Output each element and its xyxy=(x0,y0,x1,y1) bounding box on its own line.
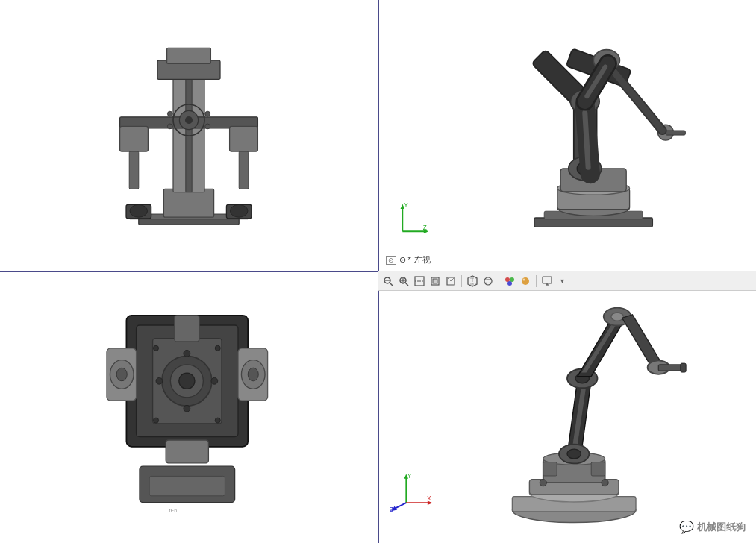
svg-rect-125 xyxy=(543,462,557,476)
svg-rect-122 xyxy=(681,363,686,372)
svg-rect-13 xyxy=(230,126,258,151)
svg-point-95 xyxy=(215,345,220,351)
svg-line-54 xyxy=(390,283,393,286)
svg-rect-6 xyxy=(164,189,214,217)
front-view-svg xyxy=(32,20,346,251)
svg-point-89 xyxy=(211,377,218,384)
isometric-view-svg xyxy=(396,277,739,538)
svg-text:Y: Y xyxy=(407,472,412,480)
svg-rect-93 xyxy=(149,476,225,495)
toolbar: ▾ xyxy=(378,272,757,291)
svg-rect-126 xyxy=(591,462,605,476)
svg-point-85 xyxy=(179,373,195,389)
view-label-top-right: ⊙ ⊙ * 左视 xyxy=(386,254,431,266)
svg-line-47 xyxy=(610,67,662,131)
view-label-text: ⊙ * xyxy=(399,255,411,265)
svg-point-65 xyxy=(484,279,492,283)
svg-point-79 xyxy=(116,368,127,381)
svg-point-94 xyxy=(154,345,159,351)
camera-icon: ⊙ xyxy=(386,256,396,265)
svg-line-49 xyxy=(585,113,588,167)
svg-point-67 xyxy=(510,277,514,282)
svg-point-4 xyxy=(130,204,148,217)
svg-rect-121 xyxy=(658,365,682,371)
svg-rect-63 xyxy=(433,279,437,283)
svg-point-68 xyxy=(507,281,512,286)
svg-point-70 xyxy=(522,278,525,280)
section-view-button[interactable] xyxy=(413,274,426,288)
svg-line-57 xyxy=(405,283,408,286)
separator-1 xyxy=(461,275,462,287)
svg-point-69 xyxy=(522,277,529,285)
perspective-button[interactable] xyxy=(481,274,495,288)
color-button[interactable] xyxy=(503,274,516,288)
svg-point-96 xyxy=(154,418,159,423)
svg-rect-15 xyxy=(239,151,249,189)
more-button[interactable]: ▾ xyxy=(556,274,569,288)
svg-point-20 xyxy=(205,111,210,116)
svg-text:Z: Z xyxy=(390,506,393,513)
view-bottom-left: tEn xyxy=(0,272,378,543)
rotate-view-button[interactable] xyxy=(428,274,442,288)
separator-3 xyxy=(536,275,537,287)
svg-point-124 xyxy=(602,480,608,486)
svg-rect-91 xyxy=(166,440,208,463)
svg-text:Z: Z xyxy=(422,225,426,231)
watermark: 💬 机械图纸狗 xyxy=(679,520,746,534)
zoom-fit-button[interactable] xyxy=(397,274,410,288)
svg-text:X: X xyxy=(426,495,431,502)
svg-point-19 xyxy=(168,111,173,116)
quadrant-grid: Y Z ⊙ ⊙ * 左视 xyxy=(0,0,756,543)
svg-point-64 xyxy=(484,277,492,285)
svg-rect-45 xyxy=(666,131,685,135)
view-top-left xyxy=(0,0,378,272)
watermark-text: 机械图纸狗 xyxy=(697,521,746,534)
svg-point-5 xyxy=(231,204,249,217)
svg-point-115 xyxy=(567,449,581,459)
axes-bottom-right: Y X Z xyxy=(389,468,437,513)
svg-point-88 xyxy=(156,377,163,384)
axes-top-right: Y Z xyxy=(389,201,430,242)
svg-rect-12 xyxy=(120,126,149,151)
svg-point-18 xyxy=(185,116,193,124)
top-view-svg: tEn xyxy=(25,280,353,534)
svg-point-22 xyxy=(205,124,210,129)
appearance-button[interactable] xyxy=(444,274,457,288)
svg-point-81 xyxy=(248,368,258,381)
svg-rect-10 xyxy=(167,48,211,63)
main-container: Y Z ⊙ ⊙ * 左视 xyxy=(0,0,756,543)
svg-point-66 xyxy=(505,277,510,282)
render-button[interactable] xyxy=(519,274,532,288)
separator-2 xyxy=(499,275,499,287)
svg-point-21 xyxy=(168,124,173,129)
svg-point-87 xyxy=(184,405,190,412)
view-name-text: 左视 xyxy=(414,254,431,266)
box-view-button[interactable] xyxy=(466,274,479,288)
view-bottom-right: Y X Z 💬 机械图纸狗 xyxy=(378,272,757,543)
svg-rect-14 xyxy=(129,151,139,189)
svg-text:Y: Y xyxy=(404,202,408,209)
svg-point-86 xyxy=(184,350,190,357)
svg-text:tEn: tEn xyxy=(169,508,178,513)
monitor-button[interactable] xyxy=(540,274,554,288)
zoom-search-button[interactable] xyxy=(381,274,395,288)
svg-rect-71 xyxy=(543,277,552,283)
view-top-right: Y Z ⊙ ⊙ * 左视 xyxy=(378,0,757,272)
svg-rect-90 xyxy=(175,316,199,342)
svg-point-97 xyxy=(215,418,220,423)
watermark-icon: 💬 xyxy=(679,520,694,534)
left-view-svg xyxy=(403,16,731,255)
svg-point-123 xyxy=(540,480,546,486)
svg-point-119 xyxy=(611,313,624,321)
